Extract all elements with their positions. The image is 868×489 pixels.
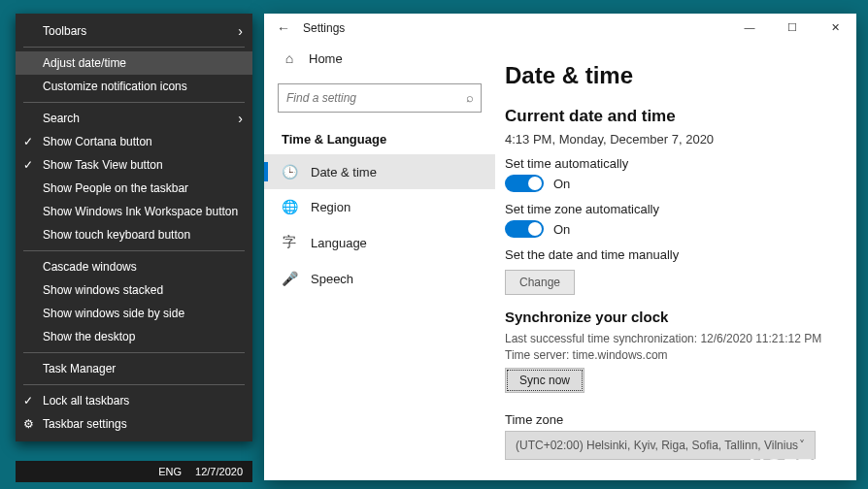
nav-label: Date & time xyxy=(311,165,377,179)
ctx-label: Search xyxy=(43,112,80,125)
ctx-label: Lock all taskbars xyxy=(43,394,129,408)
ctx-task-manager[interactable]: Task Manager xyxy=(16,357,252,380)
ctx-label: Customize notification icons xyxy=(43,80,187,93)
minimize-icon: — xyxy=(745,21,755,33)
ctx-show-desktop[interactable]: Show the desktop xyxy=(16,325,252,348)
sync-last: Last successful time synchronization: 12… xyxy=(505,331,833,347)
taskbar-lang[interactable]: ENG xyxy=(158,466,182,477)
sync-now-button[interactable]: Sync now xyxy=(505,368,584,393)
ctx-adjust-date-time[interactable]: Adjust date/time xyxy=(16,51,252,75)
ctx-search[interactable]: Search › xyxy=(16,107,252,130)
home-icon: ⌂ xyxy=(282,50,297,66)
ctx-label: Show Windows Ink Workspace button xyxy=(43,205,238,218)
ctx-label: Adjust date/time xyxy=(43,56,126,70)
ctx-show-taskview[interactable]: ✓ Show Task View button xyxy=(16,153,252,177)
settings-nav: ⌂ Home ⌕ Time & Language 🕒 Date & time 🌐… xyxy=(264,14,495,480)
auto-tz-label: Set time zone automatically xyxy=(505,202,833,216)
check-icon: ✓ xyxy=(23,158,33,172)
maximize-button[interactable]: ☐ xyxy=(771,14,814,41)
check-icon: ✓ xyxy=(23,394,33,408)
sync-header: Synchronize your clock xyxy=(505,309,833,325)
back-button[interactable]: ← xyxy=(264,20,303,36)
tz-label: Time zone xyxy=(505,412,833,427)
tz-value: (UTC+02:00) Helsinki, Kyiv, Riga, Sofia,… xyxy=(516,439,798,452)
ctx-cascade[interactable]: Cascade windows xyxy=(16,255,252,278)
clock-icon: 🕒 xyxy=(282,164,297,179)
ctx-label: Show windows stacked xyxy=(43,283,163,297)
current-date-header: Current date and time xyxy=(505,107,833,126)
tz-dropdown: (UTC+02:00) Helsinki, Kyiv, Riga, Sofia,… xyxy=(505,431,816,460)
auto-time-label: Set time automatically xyxy=(505,156,833,171)
separator xyxy=(23,352,245,353)
nav-label: Home xyxy=(309,51,343,66)
ctx-label: Show People on the taskbar xyxy=(43,181,188,195)
search-wrap: ⌕ xyxy=(278,83,482,113)
separator xyxy=(23,47,245,48)
ctx-show-touch-kbd[interactable]: Show touch keyboard button xyxy=(16,223,252,246)
separator xyxy=(23,102,245,103)
chevron-right-icon: › xyxy=(238,111,243,126)
manual-date-label: Set the date and time manually xyxy=(505,247,833,262)
ctx-sidebyside[interactable]: Show windows side by side xyxy=(16,302,252,325)
ctx-label: Task Manager xyxy=(43,362,116,375)
nav-home[interactable]: ⌂ Home xyxy=(264,43,495,74)
ctx-customize-icons[interactable]: Customize notification icons xyxy=(16,75,252,98)
ctx-label: Show touch keyboard button xyxy=(43,228,190,242)
search-icon: ⌕ xyxy=(466,90,474,105)
auto-tz-toggle[interactable] xyxy=(505,220,544,238)
toggle-state: On xyxy=(553,177,570,191)
ctx-label: Taskbar settings xyxy=(43,417,127,431)
separator xyxy=(23,250,245,251)
ctx-label: Show Task View button xyxy=(43,158,163,172)
ctx-show-ink[interactable]: Show Windows Ink Workspace button xyxy=(16,200,252,223)
microphone-icon: 🎤 xyxy=(282,271,297,286)
ctx-label: Show windows side by side xyxy=(43,307,184,320)
window-title: Settings xyxy=(303,21,345,35)
taskbar-context-menu: Toolbars › Adjust date/time Customize no… xyxy=(16,14,252,441)
ctx-label: Toolbars xyxy=(43,24,86,38)
titlebar: ← Settings — ☐ ✕ xyxy=(264,14,856,43)
gear-icon: ⚙ xyxy=(23,417,34,431)
nav-speech[interactable]: 🎤 Speech xyxy=(264,261,495,296)
close-icon: ✕ xyxy=(831,21,840,34)
sync-server: Time server: time.windows.com xyxy=(505,347,833,364)
ctx-toolbars[interactable]: Toolbars › xyxy=(16,19,252,43)
nav-label: Speech xyxy=(311,272,353,286)
check-icon: ✓ xyxy=(23,135,33,148)
taskbar-date[interactable]: 12/7/2020 xyxy=(195,466,243,477)
chevron-down-icon: ˅ xyxy=(799,439,805,452)
chevron-right-icon: › xyxy=(238,23,243,39)
ctx-lock-taskbars[interactable]: ✓ Lock all taskbars xyxy=(16,389,252,412)
ctx-stacked[interactable]: Show windows stacked xyxy=(16,278,252,302)
current-date-value: 4:13 PM, Monday, December 7, 2020 xyxy=(505,132,833,147)
change-button: Change xyxy=(505,270,575,295)
page-title: Date & time xyxy=(505,62,833,89)
minimize-button[interactable]: — xyxy=(728,14,771,41)
ctx-show-people[interactable]: Show People on the taskbar xyxy=(16,177,252,200)
ctx-label: Show the desktop xyxy=(43,330,135,343)
ctx-show-cortana[interactable]: ✓ Show Cortana button xyxy=(16,130,252,153)
nav-label: Region xyxy=(311,200,351,214)
ctx-label: Show Cortana button xyxy=(43,135,152,148)
settings-pane: Date & time Current date and time 4:13 P… xyxy=(495,14,856,480)
window-controls: — ☐ ✕ xyxy=(728,14,856,41)
nav-language[interactable]: 字 Language xyxy=(264,224,495,261)
nav-label: Language xyxy=(311,236,367,250)
auto-time-toggle[interactable] xyxy=(505,175,544,192)
separator xyxy=(23,384,245,385)
settings-window: ← Settings — ☐ ✕ ⌂ Home ⌕ Time & Languag… xyxy=(264,14,856,480)
ctx-taskbar-settings[interactable]: ⚙ Taskbar settings xyxy=(16,412,252,436)
back-icon: ← xyxy=(277,20,290,36)
taskbar[interactable]: ENG 12/7/2020 xyxy=(16,461,252,482)
nav-date-time[interactable]: 🕒 Date & time xyxy=(264,154,495,189)
ctx-label: Cascade windows xyxy=(43,260,137,274)
maximize-icon: ☐ xyxy=(787,21,797,34)
nav-group-header: Time & Language xyxy=(264,122,495,154)
language-icon: 字 xyxy=(282,234,297,251)
close-button[interactable]: ✕ xyxy=(814,14,856,41)
search-input[interactable] xyxy=(278,83,482,113)
nav-region[interactable]: 🌐 Region xyxy=(264,189,495,224)
globe-icon: 🌐 xyxy=(282,199,297,214)
toggle-state: On xyxy=(553,222,570,237)
